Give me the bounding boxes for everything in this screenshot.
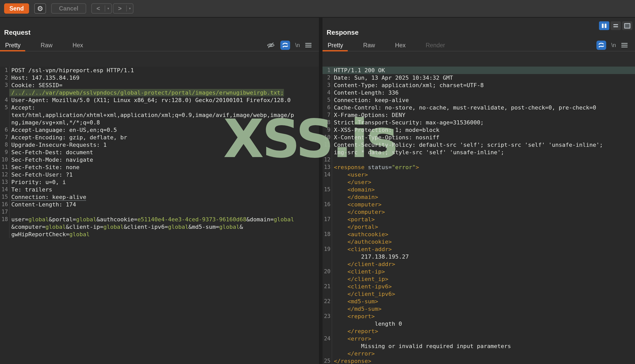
code-line: 2Host: 147.135.84.169 xyxy=(0,74,319,81)
code-line: </portal> xyxy=(323,223,635,231)
code-line: 6Accept-Language: en-US,en;q=0.5 xyxy=(0,126,319,134)
code-line: 14Te: trailers xyxy=(0,186,319,193)
code-line: text/html,application/xhtml+xml,applicat… xyxy=(0,111,319,119)
code-line: </client_ipv6> xyxy=(323,290,635,298)
code-line: 16Content-Length: 174 xyxy=(0,201,319,208)
columns-layout-icon xyxy=(602,24,604,28)
code-line: 5Accept: xyxy=(0,104,319,111)
menu-icon[interactable] xyxy=(621,43,628,48)
response-tab-render[interactable]: Render xyxy=(426,40,445,51)
code-line: 7Accept-Encoding: gzip, deflate, br xyxy=(0,134,319,141)
menu-icon[interactable] xyxy=(305,43,312,48)
code-line: 22 <md5-sum> xyxy=(323,298,635,305)
panel-splitter[interactable] xyxy=(319,18,323,364)
code-line: Missing or invalid required input parame… xyxy=(323,342,635,350)
eye-off-icon[interactable] xyxy=(266,41,275,50)
code-line: 25</response> xyxy=(323,357,635,364)
code-line: 5Connection: keep-alive xyxy=(323,96,635,104)
code-line: 4Content-Length: 336 xyxy=(323,89,635,96)
code-line: 1POST /ssl-vpn/hipreport.esp HTTP/1.1 xyxy=(0,67,319,74)
code-line: 17 <portal> xyxy=(323,216,635,223)
rows-layout-button[interactable] xyxy=(611,21,621,30)
code-line: 16 <computer> xyxy=(323,201,635,208)
code-line: 1HTTP/1.1 200 OK xyxy=(323,67,635,74)
code-line: 19 <client-addr> xyxy=(323,245,635,253)
code-line: gwHipReportCheck=global xyxy=(0,231,319,238)
code-line: 15 <domain> xyxy=(323,186,635,193)
code-line: 3Content-Type: application/xml; charset=… xyxy=(323,81,635,89)
code-line: </client_ip> xyxy=(323,275,635,283)
code-line: 12Sec-Fetch-User: ?1 xyxy=(0,171,319,178)
code-line: &computer=global&client-ip=global&client… xyxy=(0,223,319,231)
request-title: Request xyxy=(4,29,319,37)
code-line: 9Sec-Fetch-Dest: document xyxy=(0,149,319,156)
newline-icon[interactable]: \n xyxy=(295,42,300,49)
response-panel: Response PrettyRawHexRender \n 1HTTP/ xyxy=(323,18,635,364)
code-line: 10X-Content-Type-Options: nosniff xyxy=(323,134,635,141)
columns-layout-button[interactable] xyxy=(599,21,609,30)
next-request-button[interactable]: > ▼ xyxy=(113,3,133,14)
rows-layout-icon xyxy=(613,24,618,27)
code-line: 12 xyxy=(323,156,635,163)
code-line: 18user=global&portal=global&authcookie=e… xyxy=(0,216,319,223)
code-line: </authcookie> xyxy=(323,238,635,245)
single-layout-button[interactable] xyxy=(622,21,632,30)
prev-request-button[interactable]: < ▼ xyxy=(91,3,112,14)
code-line: </user> xyxy=(323,178,635,186)
code-line: 13<response status="error"> xyxy=(323,163,635,171)
prev-dropdown-icon[interactable]: ▼ xyxy=(105,7,111,10)
response-title: Response xyxy=(327,29,635,37)
response-tab-raw[interactable]: Raw xyxy=(363,40,375,51)
code-line: 17 xyxy=(0,208,319,216)
code-line: 10Sec-Fetch-Mode: navigate xyxy=(0,156,319,163)
gear-icon[interactable]: ⚙ xyxy=(34,3,46,14)
toolbar: Send ⚙ Cancel < ▼ > ▼ xyxy=(0,0,635,18)
code-line: 21 <client-ipv6> xyxy=(323,283,635,290)
request-tab-pretty[interactable]: Pretty xyxy=(5,40,21,51)
code-line: 3Cookie: SESSID= xyxy=(0,81,319,89)
request-tab-raw[interactable]: Raw xyxy=(41,40,52,51)
prev-arrow-icon: < xyxy=(92,5,105,12)
request-editor[interactable]: 1POST /ssl-vpn/hipreport.esp HTTP/1.12Ho… xyxy=(0,67,319,364)
syntax-highlight-icon[interactable] xyxy=(596,41,606,50)
send-button[interactable]: Send xyxy=(4,3,29,14)
code-line: 24 <error> xyxy=(323,335,635,342)
code-line: 18 <authcookie> xyxy=(323,231,635,238)
code-line: 8Upgrade-Insecure-Requests: 1 xyxy=(0,141,319,149)
code-line: 23 <report> xyxy=(323,313,635,320)
single-layout-icon xyxy=(624,23,630,29)
code-line: 11Content-Security-Policy: default-src '… xyxy=(323,141,635,149)
code-line: 9X-XSS-Protection: 1; mode=block xyxy=(323,126,635,134)
code-line: </error> xyxy=(323,350,635,357)
code-line: </client-addr> xyxy=(323,260,635,268)
request-tabbar: PrettyRawHex \n xyxy=(0,40,319,51)
code-line: 4User-Agent: Mozilla/5.0 (X11; Linux x86… xyxy=(0,96,319,104)
syntax-highlight-icon[interactable] xyxy=(280,41,290,50)
code-line: 13Priority: u=0, i xyxy=(0,178,319,186)
request-tab-hex[interactable]: Hex xyxy=(73,40,83,51)
code-line: 6Cache-Control: no-store, no-cache, must… xyxy=(323,104,635,111)
columns-layout-icon xyxy=(605,24,606,28)
code-line: 11Sec-Fetch-Site: none xyxy=(0,163,319,171)
code-line: </report> xyxy=(323,327,635,335)
next-dropdown-icon[interactable]: ▼ xyxy=(127,7,133,10)
code-line: 2Date: Sun, 13 Apr 2025 10:34:32 GMT xyxy=(323,74,635,81)
next-arrow-icon: > xyxy=(113,5,126,12)
code-line: 7X-Frame-Options: DENY xyxy=(323,111,635,119)
code-line: </md5-sum> xyxy=(323,305,635,313)
code-line: img-src * data:; style-src 'self' 'unsaf… xyxy=(323,149,635,156)
code-line: </computer> xyxy=(323,208,635,216)
code-line: 217.138.195.27 xyxy=(323,253,635,260)
response-tab-pretty[interactable]: Pretty xyxy=(328,40,343,51)
response-tabbar: PrettyRawHexRender \n xyxy=(323,40,635,51)
request-panel: Request PrettyRawHex \n xyxy=(0,18,319,364)
code-line: 20 <client-ip> xyxy=(323,268,635,275)
newline-icon[interactable]: \n xyxy=(611,42,616,49)
code-line: /../../../var/appweb/sslvpndocs/global-p… xyxy=(0,89,319,96)
code-line: ng,image/svg+xml,*/*;q=0.8 xyxy=(0,119,319,126)
cancel-button[interactable]: Cancel xyxy=(51,3,86,14)
code-line: 15Connection: keep-alive xyxy=(0,193,319,201)
code-line: 8Strict-Transport-Security: max-age=3153… xyxy=(323,119,635,126)
response-editor[interactable]: 1HTTP/1.1 200 OK2Date: Sun, 13 Apr 2025 … xyxy=(323,67,635,364)
response-tab-hex[interactable]: Hex xyxy=(395,40,406,51)
